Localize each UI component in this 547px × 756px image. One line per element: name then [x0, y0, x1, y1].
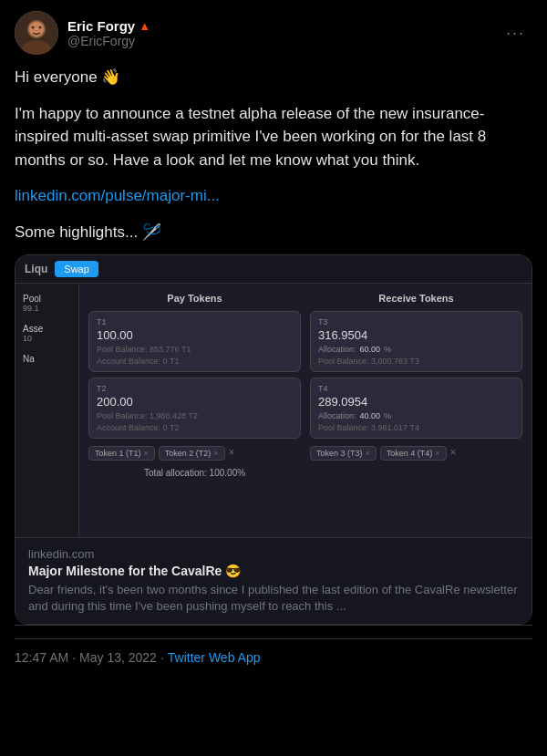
token4-tag: Token 4 (T4) × [380, 446, 447, 461]
pay-token-tags: Token 1 (T1) × Token 2 (T2) × × [88, 446, 301, 461]
tweet-timestamp: 12:47 AM · May 13, 2022 · Twitter Web Ap… [15, 650, 532, 665]
tweet-highlights: Some highlights... 🪡 [15, 221, 532, 244]
author-handle[interactable]: @EricForgy [67, 34, 150, 48]
svg-point-5 [39, 26, 42, 29]
tweet-footer: 12:47 AM · May 13, 2022 · Twitter Web Ap… [15, 638, 532, 665]
sidebar-asset: Asse 10 [19, 321, 75, 346]
dot1: · [72, 650, 76, 665]
sidebar-pool: Pool 99.1 [19, 291, 75, 316]
tweet-link[interactable]: linkedin.com/pulse/major-mi... [15, 187, 220, 204]
token2-tag: Token 2 (T2) × [159, 446, 225, 461]
link-title: Major Milestone for the CavalRe 😎 [28, 564, 519, 578]
fire-icon: ▲ [139, 19, 150, 33]
sidebar-nav: Na [19, 351, 75, 367]
author-name-text: Eric Forgy [67, 18, 135, 34]
token3-tag: Token 3 (T3) × [310, 446, 377, 461]
app-sidebar: Pool 99.1 Asse 10 Na [15, 284, 79, 537]
token2-box: T2 200.00 Pool Balance: 1,960.428 T2 Acc… [88, 378, 301, 439]
tweet-date: May 13, 2022 [79, 650, 157, 665]
tokens-grid: Pay Tokens T1 100.00 Pool Balance: 853.7… [88, 293, 522, 478]
tweet-client[interactable]: Twitter Web App [168, 650, 261, 665]
app-content: Pay Tokens T1 100.00 Pool Balance: 853.7… [79, 284, 532, 537]
avatar[interactable] [15, 11, 58, 55]
token1-box: T1 100.00 Pool Balance: 853.776 T1 Accou… [88, 311, 301, 372]
receive-token-tags: Token 3 (T3) × Token 4 (T4) × × [310, 446, 522, 461]
author-name[interactable]: Eric Forgy ▲ [67, 18, 150, 34]
pay-tokens-section: Pay Tokens T1 100.00 Pool Balance: 853.7… [88, 293, 301, 478]
media-card[interactable]: Liqu Swap Pool 99.1 Asse 10 [15, 254, 532, 625]
tweet-container: Eric Forgy ▲ @EricForgy ··· Hi everyone … [0, 0, 547, 676]
link-source: linkedin.com [28, 547, 519, 561]
tweet-body: Hi everyone 👋 I'm happy to announce a te… [15, 66, 532, 243]
token1-tag: Token 1 (T1) × [88, 446, 155, 461]
app-screenshot-image: Liqu Swap Pool 99.1 Asse 10 [15, 255, 532, 538]
link-preview[interactable]: linkedin.com Major Milestone for the Cav… [15, 538, 532, 624]
receive-tokens-section: Receive Tokens T3 316.9504 Allocation: 6… [310, 293, 522, 478]
token3-box: T3 316.9504 Allocation: 60.00 % Pool Bal… [310, 311, 522, 372]
more-options-button[interactable]: ··· [499, 20, 532, 47]
tweet-header: Eric Forgy ▲ @EricForgy ··· [15, 11, 532, 55]
tweet-time: 12:47 AM [15, 650, 68, 665]
tweet-greeting: Hi everyone 👋 [15, 66, 532, 89]
divider [15, 625, 532, 626]
app-brand: Liqu [25, 263, 47, 275]
tweet-main-text: I'm happy to announce a testnet alpha re… [15, 102, 532, 172]
tweet-header-left: Eric Forgy ▲ @EricForgy [15, 11, 150, 55]
app-topbar: Liqu Swap [15, 255, 532, 284]
svg-point-4 [32, 26, 35, 29]
app-main: Pool 99.1 Asse 10 Na [15, 284, 532, 537]
dot2: · [160, 650, 164, 665]
token4-box: T4 289.0954 Allocation: 40.00 % Pool Bal… [310, 378, 522, 439]
author-info: Eric Forgy ▲ @EricForgy [67, 18, 150, 48]
app-tab-swap: Swap [55, 261, 98, 277]
link-description: Dear friends, it's been two months since… [28, 582, 519, 615]
